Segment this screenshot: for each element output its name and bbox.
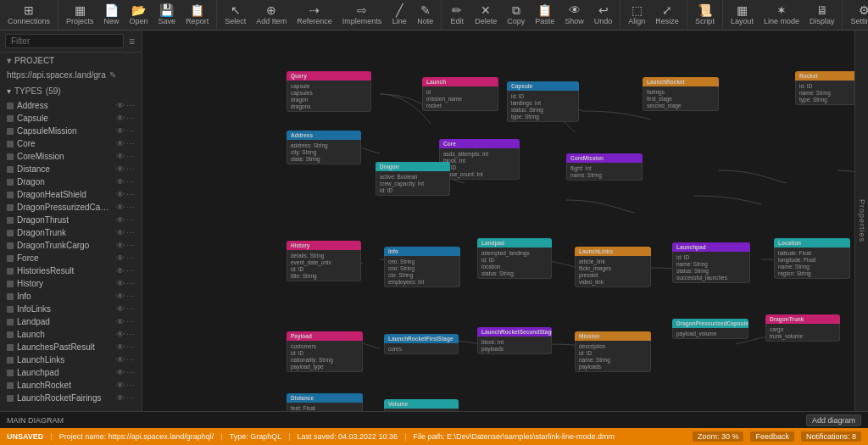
type-more-button[interactable]: ⋯: [126, 139, 135, 148]
canvas-area[interactable]: Query capsule capsules dragon dragons La…: [142, 31, 854, 411]
type-item[interactable]: Capsule 👁 ⋯: [0, 112, 142, 125]
type-item[interactable]: LaunchRocketFairings 👁 ⋯: [0, 392, 142, 404]
type-more-button[interactable]: ⋯: [126, 266, 135, 275]
diagram-canvas[interactable]: Query capsule capsules dragon dragons La…: [142, 31, 854, 411]
type-more-button[interactable]: ⋯: [126, 253, 135, 263]
copy-button[interactable]: ⧉ Copy: [503, 2, 529, 29]
type-more-button[interactable]: ⋯: [126, 279, 135, 288]
type-more-button[interactable]: ⋯: [126, 241, 135, 250]
node-history-1[interactable]: History details: String event_date_unix …: [287, 241, 361, 281]
type-more-button[interactable]: ⋯: [126, 190, 135, 199]
line-button[interactable]: ╱ Line: [387, 2, 411, 29]
type-visibility-button[interactable]: 👁: [116, 381, 125, 390]
type-more-button[interactable]: ⋯: [126, 304, 135, 314]
node-second-stage-1[interactable]: LaunchRocketSecondStage block: Int paylo…: [477, 327, 552, 354]
type-visibility-button[interactable]: 👁: [116, 177, 125, 186]
edit-project-icon[interactable]: ✎: [109, 70, 116, 80]
edit-button[interactable]: ✏ Edit: [445, 2, 469, 29]
type-more-button[interactable]: ⋯: [126, 393, 135, 403]
filter-input[interactable]: [5, 34, 124, 48]
type-item[interactable]: CapsuleMission 👁 ⋯: [0, 125, 142, 137]
type-visibility-button[interactable]: 👁: [116, 266, 125, 275]
type-visibility-button[interactable]: 👁: [116, 190, 125, 199]
node-core-1[interactable]: Core asds_attempts: Int block: Int id: I…: [439, 139, 520, 180]
type-visibility-button[interactable]: 👁: [116, 342, 125, 352]
align-button[interactable]: ⬚ Align: [624, 2, 649, 29]
delete-button[interactable]: ✕ Delete: [470, 2, 501, 29]
resize-button[interactable]: ⤢ Resize: [651, 2, 683, 29]
type-item[interactable]: LaunchesPastResult 👁 ⋯: [0, 341, 142, 353]
type-item[interactable]: LaunchLinks 👁 ⋯: [0, 353, 142, 366]
node-core-mission-1[interactable]: CoreMission flight: Int name: String: [566, 153, 643, 181]
type-item[interactable]: History 👁 ⋯: [0, 277, 142, 290]
type-item[interactable]: DragonTrunk 👁 ⋯: [0, 226, 142, 239]
type-item[interactable]: CoreMission 👁 ⋯: [0, 150, 142, 163]
type-more-button[interactable]: ⋯: [126, 101, 135, 110]
line-mode-button[interactable]: ✶ Line mode: [760, 2, 804, 29]
type-item[interactable]: DragonPressurizedCapsule 👁 ⋯: [0, 201, 142, 214]
type-item[interactable]: Landpad 👁 ⋯: [0, 315, 142, 328]
type-more-button[interactable]: ⋯: [126, 126, 135, 136]
feedback-button[interactable]: Feedback: [750, 431, 794, 442]
type-visibility-button[interactable]: 👁: [116, 355, 125, 364]
type-item[interactable]: Launch 👁 ⋯: [0, 328, 142, 341]
implements-button[interactable]: ⇨ Implements: [338, 2, 387, 29]
add-item-button[interactable]: ⊕ Add Item: [252, 2, 291, 29]
note-button[interactable]: ✎ Note: [413, 2, 437, 29]
type-visibility-button[interactable]: 👁: [116, 152, 125, 161]
type-visibility-button[interactable]: 👁: [116, 393, 125, 403]
type-more-button[interactable]: ⋯: [126, 114, 135, 123]
type-more-button[interactable]: ⋯: [126, 215, 135, 225]
node-capsule-1[interactable]: Capsule id: ID landings: Int status: Str…: [507, 81, 579, 122]
type-visibility-button[interactable]: 👁: [116, 279, 125, 288]
save-button[interactable]: 💾 Save: [154, 2, 181, 29]
node-landpad-1[interactable]: Landpad attempted_landings id: ID locati…: [477, 238, 552, 279]
type-more-button[interactable]: ⋯: [126, 164, 135, 174]
type-more-button[interactable]: ⋯: [126, 177, 135, 186]
node-dragon-trunk-1[interactable]: DragonTrunk cargo trunk_volume: [765, 314, 840, 342]
node-dragon-pressurized-1[interactable]: DragonPressurizedCapsule payload_volume: [672, 319, 748, 339]
add-diagram-button[interactable]: Add diagram: [806, 414, 861, 426]
node-info-1[interactable]: Info ceo: String coo: String cto: String…: [384, 247, 460, 287]
type-more-button[interactable]: ⋯: [126, 368, 135, 377]
undo-button[interactable]: ↩ Undo: [590, 2, 617, 29]
type-visibility-button[interactable]: 👁: [116, 203, 125, 212]
type-more-button[interactable]: ⋯: [126, 203, 135, 212]
show-button[interactable]: 👁 Show: [560, 2, 588, 29]
connections-button[interactable]: ⊞ Connections: [3, 2, 54, 29]
type-item[interactable]: Info 👁 ⋯: [0, 290, 142, 303]
node-distance-1[interactable]: Distance feet: Float meters: Float: [287, 393, 363, 411]
type-more-button[interactable]: ⋯: [126, 330, 135, 339]
type-more-button[interactable]: ⋯: [126, 292, 135, 301]
type-item[interactable]: Address 👁 ⋯: [0, 99, 142, 112]
paste-button[interactable]: 📋 Paste: [531, 2, 559, 29]
type-more-button[interactable]: ⋯: [126, 355, 135, 364]
type-visibility-button[interactable]: 👁: [116, 228, 125, 237]
script-button[interactable]: 📜 Script: [691, 2, 719, 29]
type-visibility-button[interactable]: 👁: [116, 292, 125, 301]
display-button[interactable]: 🖥 Display: [805, 2, 839, 29]
reference-button[interactable]: ⇢ Reference: [292, 2, 337, 29]
type-visibility-button[interactable]: 👁: [116, 215, 125, 225]
type-item[interactable]: DragonThrust 👁 ⋯: [0, 214, 142, 226]
node-launch-links-1[interactable]: LaunchLinks article_link flickr_images p…: [575, 247, 651, 287]
type-visibility-button[interactable]: 👁: [116, 368, 125, 377]
node-mission-1[interactable]: Mission description id: ID name: String …: [575, 331, 651, 372]
sidebar-collapse-button[interactable]: ≡: [127, 36, 136, 47]
settings-button[interactable]: ⚙ Settings: [846, 2, 868, 29]
type-more-button[interactable]: ⋯: [126, 228, 135, 237]
type-item[interactable]: Force 👁 ⋯: [0, 252, 142, 264]
type-item[interactable]: Core 👁 ⋯: [0, 137, 142, 150]
type-visibility-button[interactable]: 👁: [116, 139, 125, 148]
type-item[interactable]: InfoLinks 👁 ⋯: [0, 303, 142, 315]
node-orange-2[interactable]: Rocket id: ID name: String type: String: [795, 71, 854, 105]
new-button[interactable]: 📄 New: [100, 2, 124, 29]
node-location-1[interactable]: Location latitude: Float longitude: Floa…: [774, 238, 850, 279]
type-visibility-button[interactable]: 👁: [116, 317, 125, 326]
notifications-button[interactable]: Notifications: 8: [801, 431, 861, 442]
type-visibility-button[interactable]: 👁: [116, 101, 125, 110]
type-visibility-button[interactable]: 👁: [116, 253, 125, 263]
projects-button[interactable]: ▦ Projects: [62, 2, 98, 29]
node-payload-1[interactable]: Payload customers id: ID nationality: St…: [287, 331, 363, 372]
type-visibility-button[interactable]: 👁: [116, 164, 125, 174]
